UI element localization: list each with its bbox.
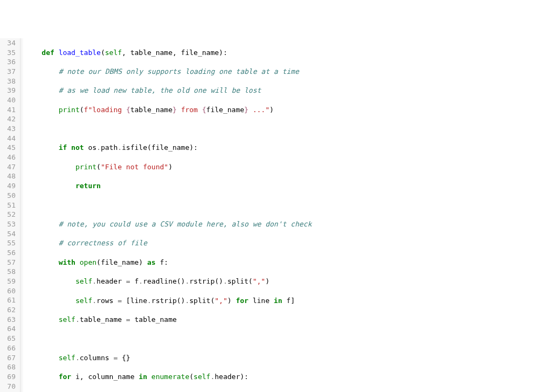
- code-line[interactable]: self.columns = {}: [25, 353, 337, 363]
- line-number: 48: [2, 171, 16, 181]
- code-editor[interactable]: 3435363738394041424344454647484950515253…: [0, 38, 552, 392]
- line-number: 44: [2, 134, 16, 143]
- line-number: 45: [2, 143, 16, 153]
- code-line[interactable]: [25, 334, 337, 343]
- line-number: 41: [2, 105, 16, 115]
- code-line[interactable]: with open(file_name) as f:: [25, 258, 337, 267]
- line-number: 55: [2, 238, 16, 248]
- line-number: 43: [2, 124, 16, 134]
- line-number: 53: [2, 219, 16, 229]
- line-number: 56: [2, 248, 16, 258]
- line-number: 35: [2, 48, 16, 58]
- line-number: 42: [2, 114, 16, 124]
- code-line[interactable]: self.table_name = table_name: [25, 315, 337, 325]
- line-number: 64: [2, 324, 16, 334]
- line-number: 49: [2, 181, 16, 191]
- line-number: 68: [2, 362, 16, 372]
- code-line[interactable]: return: [25, 181, 337, 191]
- code-line[interactable]: self.header = f.readline().rstrip().spli…: [25, 277, 337, 286]
- code-line[interactable]: # correctness of file: [25, 238, 337, 248]
- line-number: 54: [2, 229, 16, 239]
- line-number: 47: [2, 162, 16, 172]
- line-number: 57: [2, 258, 16, 267]
- line-number: 65: [2, 334, 16, 343]
- line-number-gutter: 3435363738394041424344454647484950515253…: [0, 38, 20, 392]
- code-line[interactable]: [25, 124, 337, 134]
- line-number: 34: [2, 38, 16, 48]
- line-number: 50: [2, 191, 16, 201]
- code-line[interactable]: # as we load new table, the old one will…: [25, 86, 337, 95]
- line-number: 61: [2, 295, 16, 305]
- line-number: 60: [2, 286, 16, 296]
- code-line[interactable]: def load_table(self, table_name, file_na…: [25, 48, 337, 58]
- line-number: 67: [2, 353, 16, 363]
- code-line[interactable]: print(f"loading {table_name} from {file_…: [25, 105, 337, 115]
- code-line[interactable]: [25, 201, 337, 210]
- line-number: 40: [2, 95, 16, 105]
- code-line[interactable]: if not os.path.isfile(file_name):: [25, 143, 337, 153]
- line-number: 69: [2, 372, 16, 382]
- code-line[interactable]: self.rows = [line.rstrip().split(",") fo…: [25, 296, 337, 306]
- line-number: 39: [2, 86, 16, 95]
- code-area[interactable]: def load_table(self, table_name, file_na…: [24, 38, 337, 392]
- line-number: 62: [2, 305, 16, 315]
- line-number: 36: [2, 57, 16, 67]
- line-number: 66: [2, 343, 16, 353]
- code-line[interactable]: # note, you could use a CSV module here,…: [25, 219, 337, 229]
- line-number: 70: [2, 382, 16, 391]
- code-line[interactable]: print("File not found"): [25, 162, 337, 172]
- code-line[interactable]: for i, column_name in enumerate(self.hea…: [25, 372, 337, 382]
- line-number: 38: [2, 77, 16, 86]
- line-number: 37: [2, 67, 16, 77]
- line-number: 51: [2, 201, 16, 210]
- line-number: 59: [2, 277, 16, 286]
- line-number: 63: [2, 315, 16, 325]
- code-line[interactable]: # note our DBMS only supports loading on…: [25, 67, 337, 77]
- line-number: 52: [2, 210, 16, 219]
- line-number: 58: [2, 267, 16, 277]
- line-number: 46: [2, 153, 16, 162]
